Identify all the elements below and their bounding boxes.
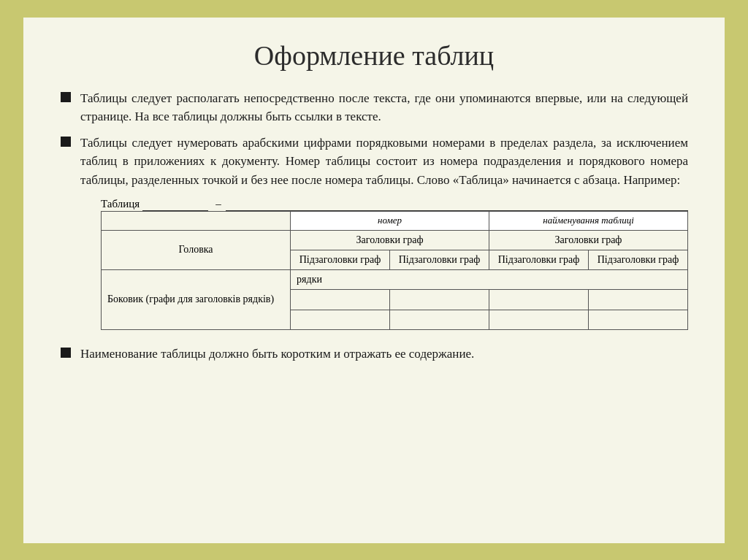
bullet-text-3: Наименование таблицы должно быть коротки… — [80, 345, 688, 364]
bullet-icon-2 — [60, 136, 73, 149]
svg-rect-0 — [61, 92, 71, 102]
bullet-text-2: Таблицы следует нумеровать арабскими циф… — [80, 134, 688, 190]
bullet-text-1: Таблицы следует располагать непосредстве… — [80, 89, 688, 126]
table-number-field — [142, 198, 208, 211]
table-cell-naimenuvanna: найменування таблиці — [489, 212, 688, 231]
table-cell-zagolovki-2: Заголовки граф — [489, 230, 688, 250]
table-cell-pdzagolovki-4: Підзаголовки граф — [588, 250, 687, 270]
example-table: номер найменування таблиці Головка Загол… — [101, 211, 688, 330]
table-cell-empty-7 — [489, 310, 589, 329]
bullet-item-2: Таблицы следует нумеровать арабскими циф… — [60, 134, 688, 337]
table-cell-bokovik: Боковик (графи для заголовків рядків) — [102, 270, 291, 330]
table-cell-empty-6 — [390, 310, 489, 329]
bullet-item-1: Таблицы следует располагать непосредстве… — [60, 89, 688, 126]
table-caption-dash: – — [215, 198, 221, 210]
example-table-wrapper: Таблиця – номер найменування таблиці — [101, 198, 688, 330]
table-cell-pdzagolovki-2: Підзаголовки граф — [390, 250, 489, 270]
table-cell-pdzagolovki-1: Підзаголовки граф — [291, 250, 390, 270]
table-row-zagolovki: Головка Заголовки граф Заголовки граф — [102, 230, 688, 250]
table-caption-row: Таблиця – — [101, 198, 688, 211]
table-cell-empty-2 — [390, 290, 489, 310]
table-caption-label: Таблиця — [101, 198, 140, 210]
table-cell-nomer: номер — [291, 212, 489, 231]
svg-rect-1 — [61, 137, 71, 147]
table-cell-empty-3 — [489, 290, 589, 310]
bullet-icon-1 — [60, 91, 73, 104]
table-cell-empty-left — [102, 212, 291, 231]
table-row-bokovik-1: Боковик (графи для заголовків рядків) ря… — [102, 270, 688, 290]
bullet-icon-3 — [60, 347, 73, 360]
content-area: Таблицы следует располагать непосредстве… — [60, 89, 688, 521]
bullet-item-3: Наименование таблицы должно быть коротки… — [60, 345, 688, 364]
page-title: Оформление таблиц — [60, 39, 688, 72]
table-cell-empty-1 — [291, 290, 390, 310]
svg-rect-2 — [61, 348, 71, 358]
table-cell-empty-5 — [291, 310, 390, 329]
table-cell-ryadki: рядки — [291, 270, 688, 290]
table-cell-pdzagolovki-3: Підзаголовки граф — [489, 250, 589, 270]
table-cell-golovka: Головка — [102, 230, 291, 269]
slide: Оформление таблиц Таблицы следует распол… — [23, 18, 725, 543]
table-cell-empty-4 — [588, 290, 687, 310]
table-name-field — [226, 198, 688, 211]
table-cell-empty-8 — [588, 310, 687, 329]
table-header-italic-row: номер найменування таблиці — [102, 212, 688, 231]
table-cell-zagolovki-1: Заголовки граф — [291, 230, 489, 250]
